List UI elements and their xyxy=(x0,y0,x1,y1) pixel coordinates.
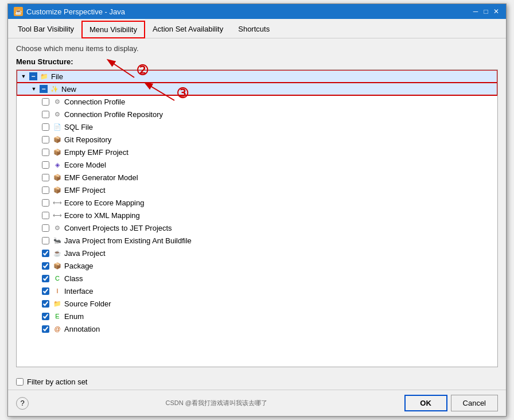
connection-profile-checkbox[interactable] xyxy=(42,98,49,106)
list-item[interactable]: ☕ Java Project xyxy=(17,247,497,259)
file-folder-icon: 📁 xyxy=(40,72,49,81)
tree-container[interactable]: ▼ 📁 File ▼ ✨ New ⚙ Connection Profil xyxy=(16,69,498,367)
filter-row: Filter by action set xyxy=(8,378,506,390)
file-collapse-icon xyxy=(29,72,37,80)
file-label: File xyxy=(51,72,63,81)
list-item[interactable]: ⚙ Connection Profile Repository xyxy=(17,108,497,120)
java-project-checkbox[interactable] xyxy=(42,250,49,257)
list-item[interactable]: ⚙ Connection Profile xyxy=(17,95,497,108)
list-item[interactable]: 📦 Empty EMF Project xyxy=(17,146,497,158)
tab-shortcuts[interactable]: Shortcuts xyxy=(231,21,277,38)
window-title: Customize Perspective - Java xyxy=(26,7,125,16)
empty-emf-icon: 📦 xyxy=(53,147,62,157)
filter-checkbox[interactable] xyxy=(16,378,24,386)
minimize-button[interactable]: ─ xyxy=(472,7,480,15)
tree-item-new[interactable]: ▼ ✨ New xyxy=(17,83,497,95)
java-project-icon: ☕ xyxy=(53,248,62,258)
title-bar-controls: ─ □ ✕ xyxy=(472,7,500,15)
ecore-xml-icon: ⟷ xyxy=(53,211,62,220)
list-item[interactable]: 📁 Source Folder xyxy=(17,297,497,310)
ecore-ecore-icon: ⟷ xyxy=(53,198,62,207)
ecore-model-checkbox[interactable] xyxy=(42,161,49,169)
ecore-model-icon: ◈ xyxy=(53,160,62,169)
tab-action[interactable]: Action Set Availability xyxy=(145,21,231,38)
list-item[interactable]: @ Annotation xyxy=(17,322,497,335)
ecore-xml-label: Ecore to XML Mapping xyxy=(64,211,140,220)
tab-toolbar[interactable]: Tool Bar Visibility xyxy=(10,21,81,38)
connection-profile-repo-checkbox[interactable] xyxy=(42,111,49,118)
section-label: Menu Structure: xyxy=(16,57,498,66)
ok-button[interactable]: OK xyxy=(404,395,447,411)
class-checkbox[interactable] xyxy=(42,275,49,282)
maximize-button[interactable]: □ xyxy=(482,7,490,15)
list-item[interactable]: 🐜 Java Project from Existing Ant Buildfi… xyxy=(17,234,497,247)
git-repo-icon: 📦 xyxy=(53,135,62,144)
enum-icon: E xyxy=(53,312,62,321)
class-icon: C xyxy=(53,274,62,283)
help-button[interactable]: ? xyxy=(16,397,29,410)
empty-emf-checkbox[interactable] xyxy=(42,149,49,156)
ant-checkbox[interactable] xyxy=(42,237,49,244)
sql-file-icon: 📄 xyxy=(53,122,62,131)
annotation-icon: @ xyxy=(53,324,62,333)
list-item[interactable]: 📦 Package xyxy=(17,259,497,272)
list-item[interactable]: I Interface xyxy=(17,285,497,297)
source-folder-icon: 📁 xyxy=(53,299,62,308)
ecore-ecore-label: Ecore to Ecore Mapping xyxy=(64,199,144,207)
class-label: Class xyxy=(64,274,83,283)
tree-item-file[interactable]: ▼ 📁 File xyxy=(17,70,497,83)
title-bar-left: ☕ Customize Perspective - Java xyxy=(14,7,125,16)
filter-label: Filter by action set xyxy=(27,378,88,386)
new-label: New xyxy=(61,85,76,94)
java-project-label: Java Project xyxy=(64,249,106,258)
close-button[interactable]: ✕ xyxy=(492,7,500,15)
sql-file-checkbox[interactable] xyxy=(42,123,49,131)
button-group: OK Cancel xyxy=(404,395,498,411)
emf-gen-icon: 📦 xyxy=(53,173,62,182)
emf-project-checkbox[interactable] xyxy=(42,186,49,194)
subtitle: Choose which menu items to display. xyxy=(16,44,498,53)
interface-icon: I xyxy=(53,286,62,295)
list-item[interactable]: 📦 EMF Project xyxy=(17,184,497,196)
list-item[interactable]: 📦 EMF Generator Model xyxy=(17,171,497,184)
list-item[interactable]: ⟷ Ecore to XML Mapping xyxy=(17,209,497,221)
jet-icon: ⚙ xyxy=(53,223,62,232)
content-area: Choose which menu items to display. Menu… xyxy=(8,38,506,373)
tab-menu[interactable]: Menu Visibility xyxy=(81,21,145,38)
ant-label: Java Project from Existing Ant Buildfile xyxy=(64,236,192,245)
connection-profile-repo-icon: ⚙ xyxy=(53,110,62,119)
emf-project-label: EMF Project xyxy=(64,186,106,195)
cancel-button[interactable]: Cancel xyxy=(451,395,498,411)
list-item[interactable]: C Class xyxy=(17,272,497,285)
new-expander[interactable]: ▼ xyxy=(29,84,38,94)
list-item[interactable]: E Enum xyxy=(17,310,497,322)
package-checkbox[interactable] xyxy=(42,262,49,270)
list-item[interactable]: 📦 Git Repository xyxy=(17,133,497,146)
package-icon: 📦 xyxy=(53,261,62,270)
list-item[interactable]: ◈ Ecore Model xyxy=(17,158,497,171)
emf-gen-label: EMF Generator Model xyxy=(64,173,138,182)
git-repo-checkbox[interactable] xyxy=(42,136,49,143)
emf-gen-checkbox[interactable] xyxy=(42,174,49,181)
ant-icon: 🐜 xyxy=(53,236,62,245)
ecore-xml-checkbox[interactable] xyxy=(42,212,49,219)
jet-checkbox[interactable] xyxy=(42,224,49,232)
package-label: Package xyxy=(64,262,94,270)
annotation-checkbox[interactable] xyxy=(42,325,49,333)
ecore-model-label: Ecore Model xyxy=(64,161,106,169)
list-item[interactable]: ⚙ Convert Projects to JET Projects xyxy=(17,221,497,234)
connection-profile-repo-label: Connection Profile Repository xyxy=(64,110,163,119)
connection-profile-icon: ⚙ xyxy=(53,97,62,106)
ecore-ecore-checkbox[interactable] xyxy=(42,199,49,207)
dialog: ☕ Customize Perspective - Java ─ □ ✕ Too… xyxy=(7,3,507,417)
git-repo-label: Git Repository xyxy=(64,135,111,144)
file-expander[interactable]: ▼ xyxy=(19,72,28,81)
enum-checkbox[interactable] xyxy=(42,313,49,320)
annotation-label: Annotation xyxy=(64,325,100,333)
interface-label: Interface xyxy=(64,287,94,295)
new-collapse-icon xyxy=(40,85,48,93)
interface-checkbox[interactable] xyxy=(42,287,49,295)
source-folder-checkbox[interactable] xyxy=(42,300,49,308)
list-item[interactable]: ⟷ Ecore to Ecore Mapping xyxy=(17,196,497,209)
list-item[interactable]: 📄 SQL File xyxy=(17,120,497,133)
